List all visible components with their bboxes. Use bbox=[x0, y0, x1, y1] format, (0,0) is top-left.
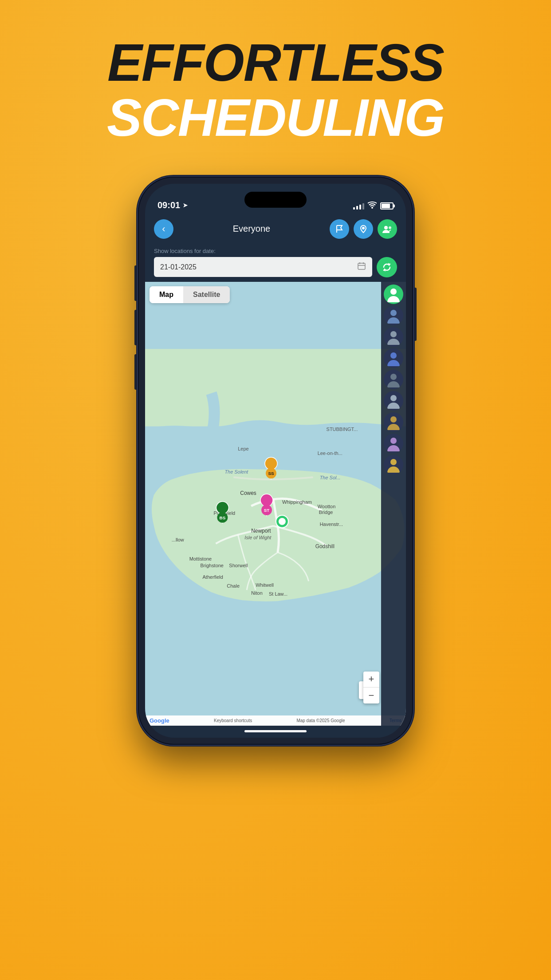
nav-actions bbox=[330, 219, 397, 239]
zoom-out-button[interactable]: − bbox=[363, 688, 379, 703]
svg-text:STUBBINGT...: STUBBINGT... bbox=[327, 426, 358, 431]
map-bottom-bar: Google Keyboard shortcuts Map data ©2025… bbox=[145, 715, 406, 726]
svg-point-42 bbox=[390, 331, 397, 337]
svg-text:Bridge: Bridge bbox=[319, 510, 333, 515]
svg-point-47 bbox=[390, 438, 397, 444]
phone-frame: 09:01 ➤ bbox=[138, 177, 413, 745]
headline-line1: EFFORTLESS bbox=[107, 36, 444, 91]
calendar-icon bbox=[357, 261, 366, 273]
svg-text:Whippingham: Whippingham bbox=[282, 499, 312, 505]
location-button[interactable] bbox=[354, 219, 373, 239]
svg-point-2 bbox=[384, 226, 388, 229]
map-background: STUBBINGT... Lee-on-th... Lepe The Solen… bbox=[145, 282, 406, 726]
avatar-6[interactable] bbox=[384, 391, 403, 411]
avatar-3[interactable] bbox=[384, 327, 403, 347]
wifi-icon bbox=[368, 202, 377, 210]
home-indicator bbox=[244, 730, 307, 732]
svg-text:Wootton: Wootton bbox=[318, 504, 336, 509]
map-svg: STUBBINGT... Lee-on-th... Lepe The Solen… bbox=[145, 282, 406, 726]
status-time: 09:01 ➤ bbox=[157, 200, 188, 210]
date-input-row: 21-01-2025 bbox=[154, 257, 397, 277]
svg-text:ST: ST bbox=[264, 508, 270, 513]
location-arrow-icon: ➤ bbox=[183, 202, 188, 209]
zoom-controls: + − bbox=[363, 672, 379, 703]
dynamic-island bbox=[244, 192, 307, 208]
svg-point-43 bbox=[390, 352, 397, 359]
svg-text:Lee-on-th...: Lee-on-th... bbox=[318, 450, 342, 456]
svg-point-3 bbox=[389, 226, 391, 229]
avatar-8[interactable] bbox=[384, 434, 403, 453]
group-button[interactable] bbox=[378, 219, 397, 239]
svg-point-40 bbox=[390, 288, 397, 295]
avatar-4[interactable] bbox=[384, 348, 403, 368]
battery-icon bbox=[380, 202, 394, 209]
google-logo: Google bbox=[150, 717, 169, 724]
svg-text:Lepe: Lepe bbox=[238, 446, 248, 451]
date-section: Show locations for date: 21-01-2025 bbox=[145, 244, 406, 277]
svg-text:Isle of Wight: Isle of Wight bbox=[244, 535, 272, 540]
app-content: ‹ Everyone bbox=[145, 214, 406, 738]
svg-text:St Law...: St Law... bbox=[269, 591, 287, 597]
svg-text:The Sol...: The Sol... bbox=[320, 475, 341, 480]
svg-point-48 bbox=[390, 459, 397, 465]
nav-bar: ‹ Everyone bbox=[145, 214, 406, 244]
svg-text:Cowes: Cowes bbox=[240, 490, 256, 496]
svg-text:Atherfield: Atherfield bbox=[203, 574, 223, 580]
zoom-in-button[interactable]: + bbox=[363, 672, 379, 688]
map-data-label: Map data ©2025 Google bbox=[296, 718, 345, 723]
svg-text:Whitwell: Whitwell bbox=[256, 582, 274, 588]
svg-text:Chale: Chale bbox=[227, 583, 240, 589]
avatar-1[interactable] bbox=[384, 285, 403, 304]
back-button[interactable]: ‹ bbox=[154, 219, 173, 239]
phone-mockup: 09:01 ➤ bbox=[138, 177, 413, 745]
map-tab-map[interactable]: Map bbox=[150, 286, 183, 303]
headline-line2: SCHEDULING bbox=[107, 91, 444, 146]
svg-text:Niton: Niton bbox=[251, 590, 263, 596]
svg-point-1 bbox=[362, 227, 365, 229]
svg-text:The Solent: The Solent bbox=[224, 469, 248, 474]
svg-text:Godshill: Godshill bbox=[315, 543, 335, 549]
svg-text:Havenstr...: Havenstr... bbox=[320, 522, 343, 527]
avatar-7[interactable] bbox=[384, 412, 403, 432]
svg-point-41 bbox=[390, 310, 397, 316]
avatar-5[interactable] bbox=[384, 370, 403, 389]
svg-text:SS: SS bbox=[268, 471, 274, 476]
date-label: Show locations for date: bbox=[154, 248, 397, 254]
map-tab-satellite[interactable]: Satellite bbox=[183, 286, 230, 303]
svg-text:...llow: ...llow bbox=[172, 537, 184, 542]
status-icons bbox=[353, 202, 394, 210]
phone-screen: 09:01 ➤ bbox=[145, 184, 406, 738]
avatar-9[interactable] bbox=[384, 455, 403, 474]
keyboard-shortcuts[interactable]: Keyboard shortcuts bbox=[214, 718, 252, 723]
date-input[interactable]: 21-01-2025 bbox=[154, 257, 372, 277]
map-container[interactable]: STUBBINGT... Lee-on-th... Lepe The Solen… bbox=[145, 282, 406, 726]
map-tabs: Map Satellite bbox=[150, 286, 230, 303]
flag-button[interactable] bbox=[330, 219, 349, 239]
avatar-2[interactable] bbox=[384, 306, 403, 325]
svg-point-44 bbox=[390, 374, 397, 380]
nav-title: Everyone bbox=[173, 224, 330, 234]
svg-text:Newport: Newport bbox=[251, 528, 271, 534]
headline: EFFORTLESS SCHEDULING bbox=[107, 36, 444, 146]
svg-point-45 bbox=[390, 395, 397, 401]
svg-text:Shorwell: Shorwell bbox=[229, 562, 248, 568]
svg-point-46 bbox=[390, 416, 397, 423]
svg-text:BS: BS bbox=[219, 515, 225, 520]
svg-rect-4 bbox=[358, 263, 365, 269]
refresh-button[interactable] bbox=[377, 257, 397, 277]
signal-bars-icon bbox=[353, 202, 364, 209]
svg-text:Mottistone: Mottistone bbox=[189, 556, 212, 561]
avatar-sidebar bbox=[381, 282, 406, 726]
svg-text:Brighstone: Brighstone bbox=[201, 562, 224, 568]
